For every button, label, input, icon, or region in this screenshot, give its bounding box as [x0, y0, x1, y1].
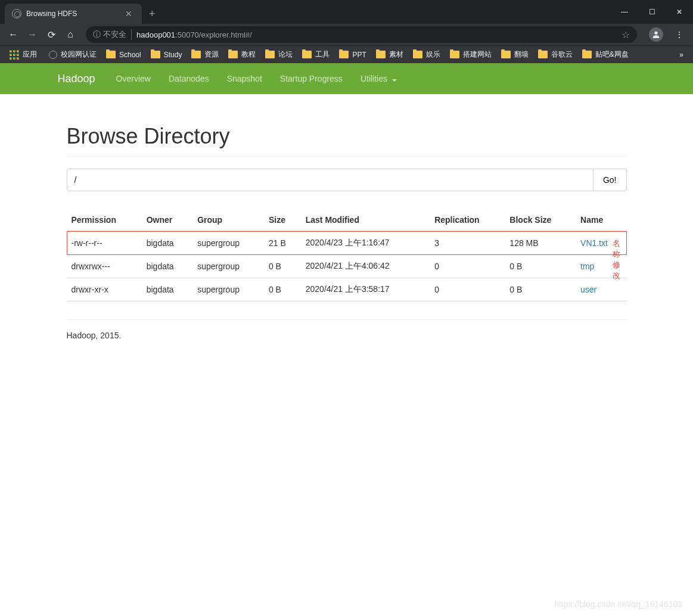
folder-icon: [302, 51, 312, 58]
cell: bigdata: [142, 255, 192, 278]
url-path: :50070/explorer.html#/: [175, 30, 252, 39]
globe-icon: [49, 51, 57, 59]
go-button[interactable]: Go!: [593, 169, 627, 191]
bookmark-label: 娱乐: [426, 49, 440, 60]
bookmark-item[interactable]: 工具: [297, 49, 334, 60]
bookmark-item[interactable]: Study: [146, 49, 187, 60]
cell: 0: [430, 255, 505, 278]
globe-icon: [12, 9, 21, 18]
cell: 0 B: [505, 278, 576, 301]
bookmarks-overflow-icon[interactable]: »: [675, 51, 688, 59]
home-button[interactable]: ⌂: [62, 26, 79, 43]
directory-table: PermissionOwnerGroupSizeLast ModifiedRep…: [67, 209, 627, 301]
bookmark-item[interactable]: 翻墙: [496, 49, 533, 60]
cell: 21 B: [264, 231, 301, 255]
bookmark-label: PPT: [352, 51, 366, 59]
bookmark-label: 搭建网站: [463, 49, 492, 60]
page-title: Browse Directory: [67, 124, 627, 157]
cell: -rw-r--r--: [67, 231, 142, 255]
folder-icon: [582, 51, 592, 58]
file-link[interactable]: user: [580, 285, 596, 294]
cell: 0 B: [264, 278, 301, 301]
cell: 128 MB: [505, 231, 576, 255]
file-link[interactable]: tmp: [580, 262, 594, 271]
window-controls: — ☐ ✕: [611, 0, 693, 24]
name-cell: tmp: [576, 255, 626, 278]
bookmark-item[interactable]: 搭建网站: [445, 49, 496, 60]
hadoop-navbar: Hadoop OverviewDatanodesSnapshotStartup …: [0, 63, 693, 94]
bookmark-item[interactable]: 论坛: [260, 49, 297, 60]
new-tab-button[interactable]: +: [142, 4, 163, 24]
apps-shortcut[interactable]: 应用: [5, 49, 42, 60]
bookmark-item[interactable]: 校园网认证: [44, 49, 101, 60]
col-size: Size: [264, 209, 301, 231]
cell: supergroup: [192, 278, 264, 301]
info-icon: ⓘ: [93, 29, 101, 40]
folder-icon: [265, 51, 275, 58]
bookmark-item[interactable]: 资源: [187, 49, 223, 60]
close-window-button[interactable]: ✕: [666, 0, 693, 24]
profile-avatar[interactable]: [649, 27, 663, 42]
chrome-tab-strip: Browsing HDFS ✕ + — ☐ ✕: [0, 0, 693, 24]
back-button[interactable]: ←: [5, 26, 21, 43]
nav-startup-progress[interactable]: Startup Progress: [271, 64, 352, 93]
url-host: hadoop001: [136, 30, 175, 39]
folder-icon: [538, 51, 548, 58]
bookmark-star-icon[interactable]: ☆: [621, 29, 630, 41]
chrome-menu-icon[interactable]: ⋮: [670, 30, 688, 39]
cell: 2020/4/21 上午3:58:17: [301, 278, 430, 301]
bookmark-item[interactable]: 谷歌云: [533, 49, 577, 60]
nav-overview[interactable]: Overview: [107, 64, 160, 93]
nav-datanodes[interactable]: Datanodes: [160, 64, 218, 93]
bookmark-item[interactable]: 素材: [371, 49, 408, 60]
insecure-badge[interactable]: ⓘ 不安全: [93, 29, 132, 40]
folder-icon: [228, 51, 238, 58]
nav-snapshot[interactable]: Snapshot: [218, 64, 271, 93]
insecure-label: 不安全: [103, 29, 126, 40]
forward-button[interactable]: →: [24, 26, 41, 43]
cell: 0 B: [264, 255, 301, 278]
bookmark-item[interactable]: 贴吧&网盘: [577, 49, 633, 60]
name-cell: user: [576, 278, 626, 301]
file-link[interactable]: VN1.txt: [580, 238, 608, 248]
bookmark-label: 论坛: [278, 49, 293, 60]
cell: 2020/4/21 上午4:06:42: [301, 255, 430, 278]
brand-label[interactable]: Hadoop: [58, 73, 95, 85]
table-row: drwxrwx---bigdatasupergroup0 B2020/4/21 …: [67, 255, 627, 278]
bookmark-label: 贴吧&网盘: [595, 49, 629, 60]
bookmark-item[interactable]: 教程: [223, 49, 260, 60]
maximize-button[interactable]: ☐: [638, 0, 666, 24]
main-container: Browse Directory Go! PermissionOwnerGrou…: [58, 94, 636, 352]
cell: 0 B: [505, 255, 576, 278]
bookmark-label: 工具: [315, 49, 330, 60]
address-bar[interactable]: ⓘ 不安全 hadoop001:50070/explorer.html#/ ☆: [86, 26, 637, 43]
folder-icon: [339, 51, 349, 58]
nav-utilities[interactable]: Utilities: [352, 64, 406, 93]
minimize-button[interactable]: —: [611, 0, 638, 24]
cell: supergroup: [192, 231, 264, 255]
table-row: drwxr-xr-xbigdatasupergroup0 B2020/4/21 …: [67, 278, 627, 301]
cell: 3: [430, 231, 505, 255]
footer-text: Hadoop, 2015.: [67, 319, 627, 340]
reload-button[interactable]: ⟳: [43, 26, 60, 43]
folder-icon: [501, 51, 511, 58]
bookmark-item[interactable]: 娱乐: [408, 49, 445, 60]
cell: drwxr-xr-x: [67, 278, 142, 301]
chrome-toolbar: ← → ⟳ ⌂ ⓘ 不安全 hadoop001:50070/explorer.h…: [0, 24, 693, 45]
path-input[interactable]: [67, 169, 593, 191]
bookmarks-bar: 应用 校园网认证SchoolStudy资源教程论坛工具PPT素材娱乐搭建网站翻墙…: [0, 45, 693, 63]
bookmark-item[interactable]: PPT: [334, 49, 371, 60]
col-name: Name: [576, 209, 626, 231]
bookmark-label: 校园网认证: [61, 49, 97, 60]
col-permission: Permission: [67, 209, 142, 231]
bookmark-label: 教程: [241, 49, 256, 60]
svg-point-0: [654, 32, 657, 35]
col-group: Group: [192, 209, 264, 231]
path-input-group: Go!: [67, 169, 627, 191]
folder-icon: [376, 51, 386, 58]
bookmark-item[interactable]: School: [101, 49, 146, 60]
table-row: -rw-r--r--bigdatasupergroup21 B2020/4/23…: [67, 231, 627, 255]
close-tab-icon[interactable]: ✕: [123, 9, 135, 18]
col-block-size: Block Size: [505, 209, 576, 231]
browser-tab[interactable]: Browsing HDFS ✕: [5, 4, 142, 24]
